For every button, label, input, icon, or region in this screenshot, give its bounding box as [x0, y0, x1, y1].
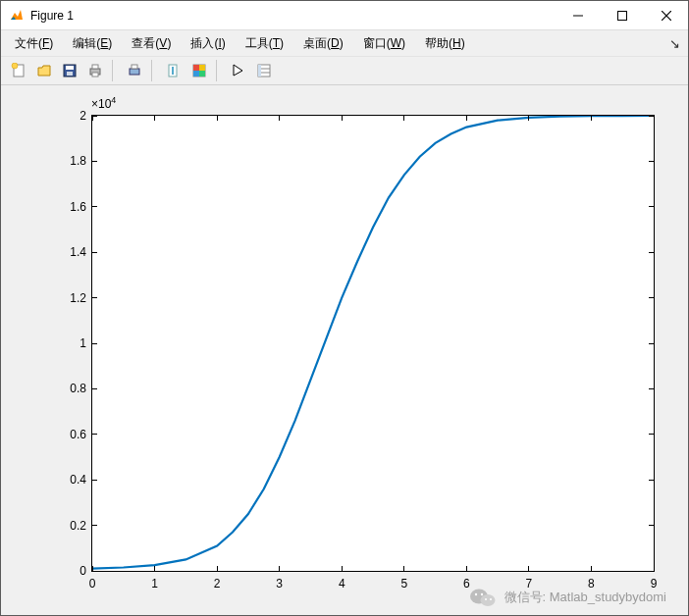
svg-point-27 — [474, 593, 476, 595]
y-tick-label: 2 — [80, 109, 92, 123]
minimize-button[interactable] — [556, 1, 600, 30]
menu-desktop[interactable]: 桌面(D) — [295, 32, 351, 55]
y-tick-label: 0.2 — [70, 519, 92, 533]
svg-rect-19 — [193, 71, 199, 77]
menu-window[interactable]: 窗口(W) — [355, 32, 413, 55]
menu-help[interactable]: 帮助(H) — [417, 32, 473, 55]
y-tick-label: 1.6 — [70, 200, 92, 214]
y-axis-multiplier: ×104 — [91, 95, 116, 111]
new-figure-button[interactable] — [7, 59, 30, 82]
svg-rect-17 — [193, 65, 199, 71]
toolbar — [1, 56, 688, 85]
svg-rect-7 — [66, 66, 74, 70]
open-button[interactable] — [32, 59, 56, 82]
property-inspector-button[interactable] — [252, 59, 276, 82]
svg-rect-12 — [130, 69, 139, 75]
toolbar-sep-3 — [216, 60, 222, 81]
menu-tools[interactable]: 工具(T) — [238, 32, 292, 55]
y-tick-label: 1.2 — [70, 291, 92, 305]
svg-rect-10 — [92, 65, 98, 69]
x-tick-label: 5 — [400, 571, 407, 590]
window-title: Figure 1 — [30, 9, 74, 23]
x-tick-label: 4 — [339, 571, 345, 590]
axes-container: 00.20.40.60.811.21.41.61.820123456789 — [91, 115, 655, 572]
plot-area: ×104 00.20.40.60.811.21.41.61.8201234567… — [1, 85, 688, 615]
print-preview-button[interactable] — [123, 59, 146, 82]
figure-window: Figure 1 文件(F) 编辑(E) 查看(V) 插入(I) 工具(T) 桌… — [0, 0, 689, 616]
menubar: 文件(F) 编辑(E) 查看(V) 插入(I) 工具(T) 桌面(D) 窗口(W… — [1, 30, 688, 56]
svg-rect-15 — [172, 67, 174, 75]
svg-rect-24 — [258, 65, 261, 77]
print-button[interactable] — [83, 59, 107, 82]
svg-point-5 — [12, 63, 18, 69]
data-line — [92, 116, 654, 571]
toolbar-sep-1 — [112, 60, 118, 81]
menu-edit[interactable]: 编辑(E) — [65, 32, 120, 55]
matlab-icon — [9, 8, 25, 24]
x-tick-label: 3 — [276, 571, 283, 590]
svg-point-28 — [480, 593, 482, 595]
y-tick-label: 0.8 — [70, 382, 92, 395]
menu-view[interactable]: 查看(V) — [124, 32, 179, 55]
wechat-icon — [469, 586, 497, 609]
save-button[interactable] — [58, 59, 81, 82]
undock-icon[interactable]: ↘ — [669, 36, 680, 51]
y-tick-label: 1.4 — [70, 245, 92, 259]
edit-plot-button[interactable] — [227, 59, 250, 82]
svg-rect-1 — [617, 11, 626, 20]
y-tick-label: 0.6 — [70, 428, 92, 441]
svg-point-26 — [480, 594, 495, 606]
svg-rect-20 — [199, 71, 205, 77]
x-tick-label: 0 — [89, 571, 96, 590]
link-plot-button[interactable] — [162, 59, 186, 82]
menu-insert[interactable]: 插入(I) — [183, 32, 233, 55]
colorbar-button[interactable] — [187, 59, 211, 82]
y-tick-label: 1.8 — [70, 154, 92, 168]
svg-rect-13 — [132, 65, 137, 69]
svg-rect-8 — [67, 72, 73, 76]
menu-file[interactable]: 文件(F) — [7, 32, 61, 55]
y-tick-label: 0.4 — [70, 473, 92, 487]
axes[interactable]: 00.20.40.60.811.21.41.61.820123456789 — [91, 115, 655, 572]
maximize-button[interactable] — [600, 1, 644, 30]
svg-point-30 — [490, 598, 492, 600]
svg-rect-18 — [199, 65, 205, 71]
titlebar: Figure 1 — [1, 1, 688, 30]
x-tick-label: 2 — [214, 571, 221, 590]
watermark-text: 微信号: Matlab_studybydomi — [504, 589, 666, 606]
svg-rect-11 — [92, 73, 98, 77]
y-tick-label: 1 — [80, 336, 92, 350]
toolbar-sep-2 — [151, 60, 157, 81]
watermark: 微信号: Matlab_studybydomi — [469, 586, 666, 609]
svg-point-29 — [485, 598, 487, 600]
close-button[interactable] — [644, 1, 688, 30]
x-tick-label: 1 — [151, 571, 158, 590]
